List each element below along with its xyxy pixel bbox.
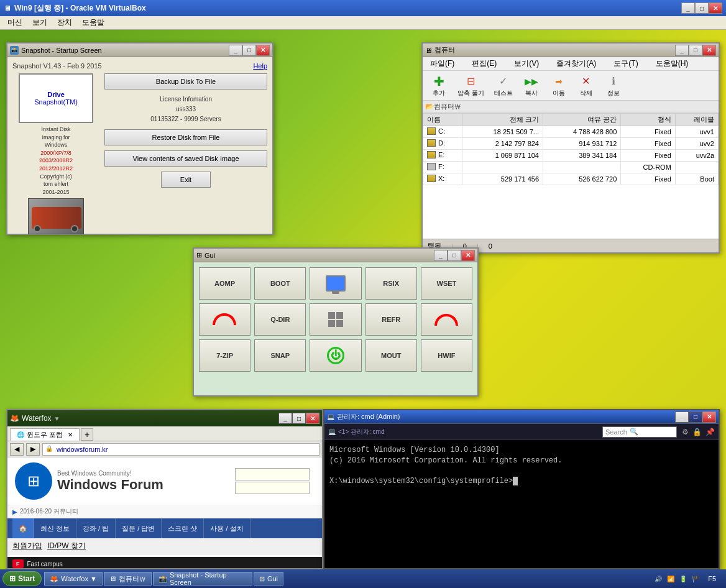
toolbar-delete[interactable]: ✕ 삭제 bbox=[574, 73, 599, 99]
backup-btn[interactable]: Backup Disk To File bbox=[104, 73, 267, 90]
forum-nav-home[interactable]: 🏠 bbox=[12, 518, 34, 538]
forum-nav-recent[interactable]: 최신 정보 bbox=[34, 518, 76, 538]
cmd-search-box[interactable]: Search 🔍 bbox=[602, 426, 677, 438]
gui-btn-wset[interactable]: WSET bbox=[421, 267, 472, 300]
gui-minimize[interactable]: _ bbox=[434, 250, 448, 261]
gui-btn-rsix[interactable]: RSIX bbox=[365, 267, 417, 300]
browser-back-btn[interactable]: ◀ bbox=[10, 443, 24, 456]
cmd-close[interactable]: ✕ bbox=[702, 411, 716, 423]
gui-close[interactable]: ✕ bbox=[461, 250, 475, 261]
comp-menu-edit[interactable]: 편집(E) bbox=[468, 57, 500, 70]
gui-btn-grid[interactable] bbox=[310, 303, 361, 336]
forum-id-input[interactable] bbox=[235, 468, 310, 480]
forum-pw-input[interactable] bbox=[235, 482, 310, 494]
browser-forward-btn[interactable]: ▶ bbox=[26, 443, 40, 456]
snap-close[interactable]: ✕ bbox=[256, 45, 270, 56]
start-button[interactable]: ⊞ Start bbox=[2, 571, 42, 586]
gui-btn-7zip[interactable]: 7-ZIP bbox=[199, 339, 250, 372]
gui-btn-aomp[interactable]: AOMP bbox=[199, 267, 250, 300]
snapshot-drive-box: Drive Snapshot(TM) bbox=[19, 73, 93, 123]
snapshot-help-link[interactable]: Help bbox=[253, 62, 267, 70]
comp-menu-fav[interactable]: 즐겨찾기(A) bbox=[553, 57, 600, 70]
browser-close[interactable]: ✕ bbox=[306, 413, 319, 424]
taskbar-item-gui[interactable]: ⊞ Gui bbox=[254, 572, 283, 586]
browser-tab-label: 윈도우 포럼 bbox=[27, 430, 63, 439]
drive-c-total: 18 251 509 7... bbox=[462, 126, 543, 138]
vbox-maximize-btn[interactable]: □ bbox=[695, 2, 709, 14]
view-btn[interactable]: View contents of saved Disk Image bbox=[104, 150, 267, 167]
drive-d-total: 2 142 797 824 bbox=[462, 138, 543, 150]
copy-icon: ▶▶ bbox=[524, 74, 539, 89]
toolbar-info[interactable]: ℹ 정보 bbox=[601, 73, 626, 99]
toolbar-copy[interactable]: ▶▶ 복사 bbox=[519, 73, 544, 99]
gui-btn-mout[interactable]: MOUT bbox=[365, 339, 417, 372]
taskbar-item-snapshot[interactable]: 📸 Snapshot - Startup Screen bbox=[153, 572, 252, 586]
drive-row-x[interactable]: X: 529 171 456 526 622 720 Fixed Boot bbox=[423, 173, 719, 185]
drive-row-c[interactable]: C: 18 251 509 7... 4 788 428 800 Fixed u… bbox=[423, 126, 719, 138]
comp-menu-help[interactable]: 도움말(H) bbox=[652, 57, 692, 70]
drive-row-f[interactable]: F: CD-ROM bbox=[423, 162, 719, 173]
forum-nav-screenshot[interactable]: 스크린 샷 bbox=[162, 518, 204, 538]
vbox-close-btn[interactable]: ✕ bbox=[709, 2, 722, 14]
drive-c-name: C: bbox=[438, 127, 445, 135]
forum-member-join[interactable]: 회원가입 bbox=[12, 541, 42, 551]
snap-maximize[interactable]: □ bbox=[242, 45, 256, 56]
menu-device[interactable]: 장치 bbox=[52, 16, 77, 29]
computer-minimize[interactable]: _ bbox=[675, 45, 689, 56]
tab-close-icon[interactable]: ✕ bbox=[68, 431, 73, 438]
taskbar-tray: 🔊 📶 🔋 🏴 F5 bbox=[651, 574, 724, 584]
browser-maximize[interactable]: □ bbox=[292, 413, 306, 424]
gui-rsix-label: RSIX bbox=[383, 280, 399, 287]
fast-campus-label: Fast campus bbox=[27, 561, 63, 567]
snapshot-desc-text2: Imaging for bbox=[39, 134, 73, 142]
exit-btn[interactable]: Exit bbox=[161, 172, 211, 188]
taskbar-item-computer[interactable]: 🖥 컴퓨터₩ bbox=[104, 572, 152, 586]
nav-path-bar: 📂 컴퓨터₩ bbox=[423, 101, 719, 113]
restore-btn[interactable]: Restore Disk from File bbox=[104, 129, 267, 145]
cmd-maximize[interactable]: □ bbox=[689, 411, 702, 423]
cmd-opts-icon[interactable]: ⚙ bbox=[682, 428, 689, 436]
snap-minimize[interactable]: _ bbox=[229, 45, 242, 56]
forum-nav-lecture-label: 강좌 / 팁 bbox=[83, 524, 109, 533]
comp-menu-file[interactable]: 파일(F) bbox=[426, 57, 458, 70]
gui-btn-hwif[interactable]: HWIF bbox=[421, 339, 472, 372]
menu-machine[interactable]: 머신 bbox=[2, 16, 27, 29]
toolbar-add[interactable]: ✚ 추가 bbox=[426, 73, 451, 99]
gui-btn-rainbow1[interactable] bbox=[199, 303, 250, 336]
vbox-minimize-btn[interactable]: _ bbox=[681, 2, 695, 14]
cmd-minimize[interactable]: _ bbox=[675, 411, 689, 423]
gui-btn-monitor[interactable] bbox=[310, 267, 361, 300]
browser-minimize[interactable]: _ bbox=[278, 413, 292, 424]
gui-maximize[interactable]: □ bbox=[448, 250, 461, 261]
forum-id-pw[interactable]: ID/PW 찾기 bbox=[47, 541, 86, 551]
toolbar-test[interactable]: ✓ 테스트 bbox=[490, 73, 517, 99]
toolbar-move[interactable]: ➡ 이동 bbox=[546, 73, 571, 99]
forum-nav-qna[interactable]: 질문 / 답변 bbox=[116, 518, 162, 538]
toolbar-compress[interactable]: ⊟ 압축 풀기 bbox=[454, 73, 488, 99]
menu-help[interactable]: 도움말 bbox=[77, 16, 109, 29]
forum-nav-usage[interactable]: 사용 / 설치 bbox=[204, 518, 250, 538]
cmd-search-text: Search bbox=[605, 428, 627, 436]
computer-close[interactable]: ✕ bbox=[702, 45, 716, 56]
forum-nav-lecture[interactable]: 강좌 / 팁 bbox=[76, 518, 116, 538]
gui-btn-qdir[interactable]: Q-DIR bbox=[254, 303, 306, 336]
menu-view[interactable]: 보기 bbox=[27, 16, 52, 29]
gui-btn-boot[interactable]: BOOT bbox=[254, 267, 306, 300]
gui-btn-snap[interactable]: SNAP bbox=[254, 339, 306, 372]
drive-row-e[interactable]: E: 1 069 871 104 389 341 184 Fixed uvv2a bbox=[423, 150, 719, 162]
forum-nav-usage-label: 사용 / 설치 bbox=[210, 524, 243, 533]
browser-tab-forum[interactable]: 🌐 윈도우 포럼 ✕ bbox=[10, 428, 80, 441]
comp-menu-tools[interactable]: 도구(T) bbox=[610, 57, 641, 70]
computer-maximize[interactable]: □ bbox=[689, 45, 702, 56]
gui-btn-rainbow2[interactable] bbox=[421, 303, 472, 336]
gui-wset-label: WSET bbox=[437, 280, 457, 287]
browser-address-bar[interactable]: 🔒 windowsforum.kr bbox=[42, 443, 319, 456]
taskbar-item-browser[interactable]: 🦊 Waterfox ▼ bbox=[44, 572, 103, 586]
gui-btn-refr[interactable]: REFR bbox=[365, 303, 417, 336]
gui-btn-power[interactable]: ⏻ bbox=[310, 339, 361, 372]
tab-add-btn[interactable]: + bbox=[81, 428, 93, 441]
drive-row-d[interactable]: D: 2 142 797 824 914 931 712 Fixed uvv2 bbox=[423, 138, 719, 150]
taskbar-snapshot-label: Snapshot - Startup Screen bbox=[170, 572, 247, 586]
comp-menu-view[interactable]: 보기(V) bbox=[510, 57, 543, 70]
snapshot-right-panel: Backup Disk To File License Infomation u… bbox=[104, 73, 267, 234]
